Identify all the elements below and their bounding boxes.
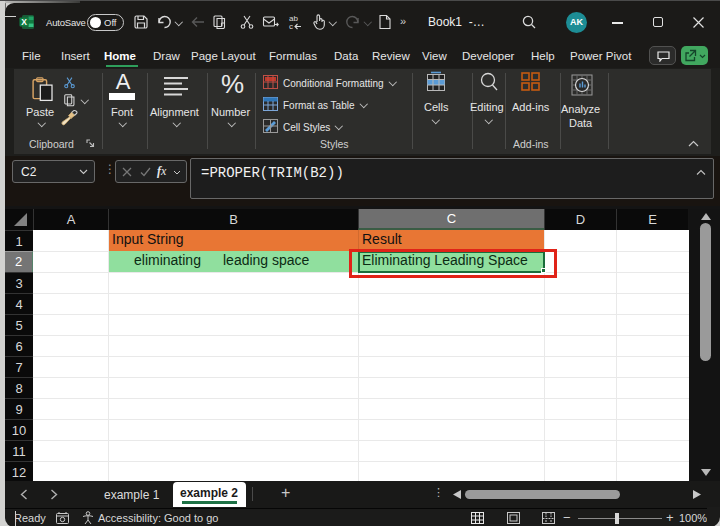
svg-text:c: c [289, 22, 293, 31]
svg-text:X: X [21, 17, 27, 27]
